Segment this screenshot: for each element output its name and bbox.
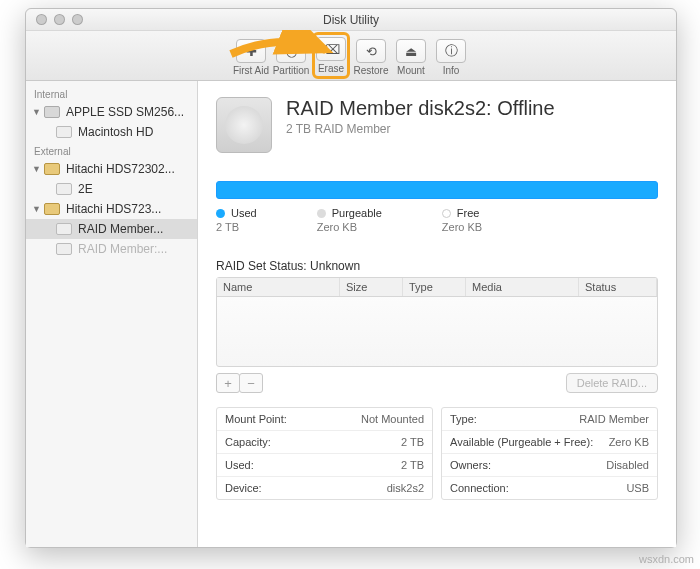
close-icon[interactable] [36, 14, 47, 25]
usage-legend: Used 2 TB Purgeable Zero KB Free Zero KB [216, 207, 658, 233]
pie-icon: ◔ [276, 39, 306, 63]
col-name[interactable]: Name [217, 278, 340, 296]
remove-button[interactable]: − [239, 373, 263, 393]
col-size[interactable]: Size [340, 278, 403, 296]
first-aid-button[interactable]: ✚ First Aid [232, 35, 270, 76]
volume-icon [56, 126, 72, 138]
watermark: wsxdn.com [639, 553, 694, 565]
info-row: Used:2 TB [217, 454, 432, 477]
raid-status-label: RAID Set Status: Unknown [216, 259, 658, 273]
table-header: Name Size Type Media Status [217, 278, 657, 297]
info-row: Type:RAID Member [442, 408, 657, 431]
swatch-icon [216, 209, 225, 218]
sidebar-item-label: 2E [78, 182, 93, 196]
volume-header: RAID Member disk2s2: Offline 2 TB RAID M… [216, 97, 658, 153]
restore-button[interactable]: ⟲ Restore [352, 35, 390, 76]
erase-icon: ⌫ [316, 37, 346, 61]
stethoscope-icon: ✚ [236, 39, 266, 63]
raid-set-table: Name Size Type Media Status [216, 277, 658, 367]
sidebar: Internal ▼ APPLE SSD SM256... Macintosh … [26, 81, 198, 547]
sidebar-item-volume[interactable]: RAID Member... [26, 219, 197, 239]
minimize-icon[interactable] [54, 14, 65, 25]
content-area: Internal ▼ APPLE SSD SM256... Macintosh … [26, 81, 676, 547]
usage-bar [216, 181, 658, 199]
info-icon: ⓘ [436, 39, 466, 63]
disk-utility-window: Disk Utility ✚ First Aid ◔ Partition ⌫ E… [25, 8, 677, 548]
info-row: Owners:Disabled [442, 454, 657, 477]
volume-title: RAID Member disk2s2: Offline [286, 97, 555, 120]
volume-icon [56, 223, 72, 235]
volume-icon [56, 183, 72, 195]
toolbar: ✚ First Aid ◔ Partition ⌫ Erase ⟲ Restor… [26, 31, 676, 81]
volume-icon [56, 243, 72, 255]
window-controls [36, 14, 83, 25]
info-row: Mount Point:Not Mounted [217, 408, 432, 431]
zoom-icon[interactable] [72, 14, 83, 25]
info-button[interactable]: ⓘ Info [432, 35, 470, 76]
legend-used: Used 2 TB [216, 207, 257, 233]
volume-info: Mount Point:Not Mounted Capacity:2 TB Us… [216, 407, 658, 500]
info-row: Connection:USB [442, 477, 657, 499]
partition-button[interactable]: ◔ Partition [272, 35, 310, 76]
mount-button[interactable]: ⏏ Mount [392, 35, 430, 76]
swatch-icon [442, 209, 451, 218]
info-left: Mount Point:Not Mounted Capacity:2 TB Us… [216, 407, 433, 500]
info-row: Capacity:2 TB [217, 431, 432, 454]
erase-button[interactable]: ⌫ Erase [312, 32, 350, 79]
mount-icon: ⏏ [396, 39, 426, 63]
volume-subtitle: 2 TB RAID Member [286, 122, 555, 136]
info-row: Available (Purgeable + Free):Zero KB [442, 431, 657, 454]
sidebar-item-disk[interactable]: ▼ Hitachi HDS72302... [26, 159, 197, 179]
sidebar-item-disk[interactable]: ▼ Hitachi HDS723... [26, 199, 197, 219]
col-type[interactable]: Type [403, 278, 466, 296]
restore-icon: ⟲ [356, 39, 386, 63]
window-title: Disk Utility [26, 13, 676, 27]
legend-free: Free Zero KB [442, 207, 482, 233]
legend-purgeable: Purgeable Zero KB [317, 207, 382, 233]
external-disk-icon [44, 163, 60, 175]
raid-actions: + − Delete RAID... [216, 373, 658, 393]
sidebar-item-volume[interactable]: Macintosh HD [26, 122, 197, 142]
disclosure-triangle-icon[interactable]: ▼ [32, 164, 42, 174]
main-panel: RAID Member disk2s2: Offline 2 TB RAID M… [198, 81, 676, 547]
sidebar-item-label: Hitachi HDS723... [66, 202, 161, 216]
sidebar-item-label: Macintosh HD [78, 125, 153, 139]
sidebar-item-volume[interactable]: 2E [26, 179, 197, 199]
titlebar: Disk Utility [26, 9, 676, 31]
delete-raid-button[interactable]: Delete RAID... [566, 373, 658, 393]
sidebar-section-internal: Internal [26, 85, 197, 102]
sidebar-item-label: Hitachi HDS72302... [66, 162, 175, 176]
sidebar-section-external: External [26, 142, 197, 159]
volume-large-icon [216, 97, 272, 153]
sidebar-item-disk[interactable]: ▼ APPLE SSD SM256... [26, 102, 197, 122]
disclosure-triangle-icon[interactable]: ▼ [32, 204, 42, 214]
sidebar-item-volume[interactable]: RAID Member:... [26, 239, 197, 259]
swatch-icon [317, 209, 326, 218]
internal-disk-icon [44, 106, 60, 118]
external-disk-icon [44, 203, 60, 215]
sidebar-item-label: RAID Member:... [78, 242, 167, 256]
sidebar-item-label: APPLE SSD SM256... [66, 105, 184, 119]
col-media[interactable]: Media [466, 278, 579, 296]
col-status[interactable]: Status [579, 278, 657, 296]
info-right: Type:RAID Member Available (Purgeable + … [441, 407, 658, 500]
info-row: Device:disk2s2 [217, 477, 432, 499]
add-button[interactable]: + [216, 373, 240, 393]
sidebar-item-label: RAID Member... [78, 222, 163, 236]
disclosure-triangle-icon[interactable]: ▼ [32, 107, 42, 117]
